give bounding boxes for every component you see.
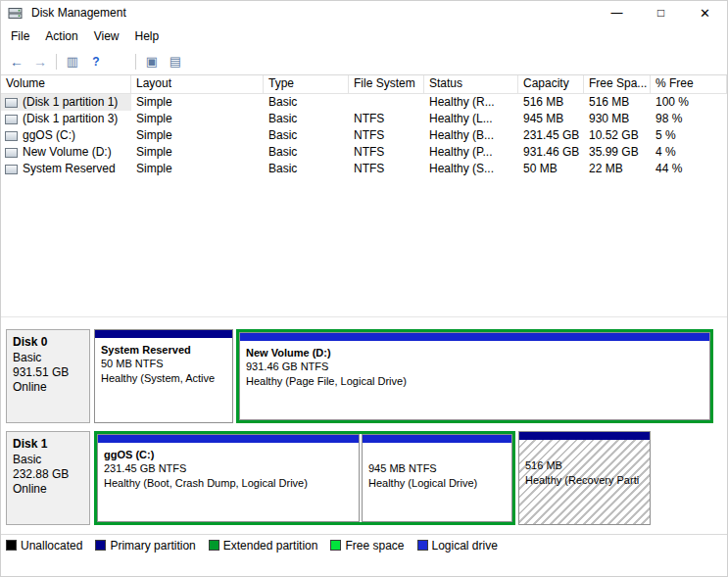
unallocated-swatch	[6, 540, 17, 551]
disk-name: Disk 0	[13, 335, 83, 350]
legend-label: Primary partition	[110, 539, 195, 553]
minimize-button[interactable]: —	[595, 1, 639, 24]
logical-drive-swatch	[417, 540, 428, 551]
column-header-volume[interactable]: Volume	[1, 75, 131, 93]
volume-name-cell: New Volume (D:)	[1, 144, 131, 161]
forward-icon[interactable]: →	[28, 51, 52, 72]
toolbar-separator	[56, 54, 57, 70]
volume-list-header: Volume Layout Type File System Status Ca…	[1, 75, 727, 94]
menubar: File Action View Help	[1, 24, 727, 48]
column-header-free-space[interactable]: Free Spa...	[584, 75, 651, 93]
menu-view[interactable]: View	[86, 26, 127, 46]
partition-size: 516 MB	[525, 458, 650, 473]
back-icon[interactable]: ←	[5, 51, 28, 72]
show-console-tree-icon[interactable]: ▥	[61, 51, 84, 72]
free-space-cell: 930 MB	[584, 111, 651, 127]
column-header-status[interactable]: Status	[424, 75, 518, 93]
disk-type: Basic	[13, 453, 83, 467]
volume-icon	[5, 165, 18, 174]
partition-size: 231.45 GB NTFS	[104, 461, 359, 476]
layout-cell: Simple	[131, 161, 264, 177]
menu-action[interactable]: Action	[37, 26, 85, 46]
partition-status: Healthy (Logical Drive)	[368, 476, 511, 491]
graphical-view: Disk 0 Basic 931.51 GB Online System Res…	[1, 317, 727, 534]
capacity-cell: 945 MB	[518, 111, 584, 127]
free-space-swatch	[330, 540, 341, 551]
column-header-layout[interactable]: Layout	[131, 75, 264, 93]
status-cell: Healthy (R...	[424, 94, 518, 111]
partition-status: Healthy (Page File, Logical Drive)	[246, 374, 709, 389]
disk1-partitions: ggOS (C:) 231.45 GB NTFS Healthy (Boot, …	[94, 431, 651, 525]
window-title: Disk Management	[31, 6, 126, 20]
details-view-icon[interactable]: ▤	[164, 51, 187, 72]
free-space-cell: 10.52 GB	[584, 127, 651, 144]
primary-partition-strip	[519, 432, 650, 440]
partition-ggos-c[interactable]: ggOS (C:) 231.45 GB NTFS Healthy (Boot, …	[97, 434, 360, 522]
volume-row-ggos-c[interactable]: ggOS (C:) Simple Basic NTFS Healthy (B..…	[1, 127, 727, 144]
volume-row-system-reserved[interactable]: System Reserved Simple Basic NTFS Health…	[1, 161, 727, 177]
capacity-cell: 931.46 GB	[518, 144, 584, 161]
menu-help[interactable]: Help	[127, 26, 168, 46]
pct-free-cell: 4 %	[651, 144, 727, 161]
partition-title: New Volume (D:)	[246, 346, 709, 360]
disk-status: Online	[13, 380, 83, 395]
primary-partition-swatch	[95, 540, 106, 551]
extended-partition-region: New Volume (D:) 931.46 GB NTFS Healthy (…	[236, 329, 713, 423]
partition-new-volume-d[interactable]: New Volume (D:) 931.46 GB NTFS Healthy (…	[239, 332, 710, 420]
extended-partition-region: ggOS (C:) 231.45 GB NTFS Healthy (Boot, …	[94, 431, 515, 525]
pct-free-cell: 100 %	[651, 94, 727, 111]
volume-row-disk1-partition3[interactable]: (Disk 1 partition 3) Simple Basic NTFS H…	[1, 111, 727, 127]
type-cell: Basic	[264, 94, 349, 111]
close-button[interactable]: ✕	[683, 1, 727, 24]
file-system-cell: NTFS	[349, 144, 424, 161]
column-header-pct-free[interactable]: % Free	[651, 75, 727, 93]
file-system-cell: NTFS	[349, 111, 424, 127]
type-cell: Basic	[264, 111, 349, 127]
status-cell: Healthy (B...	[424, 127, 518, 144]
help-icon[interactable]: ?	[84, 51, 108, 72]
disk-row-1: Disk 1 Basic 232.88 GB Online ggOS (C:) …	[6, 431, 727, 525]
status-cell: Healthy (S...	[424, 161, 518, 177]
disk-status: Online	[13, 482, 83, 497]
partition-status: Healthy (System, Active	[101, 371, 232, 386]
volume-icon	[5, 131, 18, 141]
legend-item-unallocated: Unallocated	[6, 539, 82, 553]
logical-drive-strip	[98, 435, 359, 443]
layout-cell: Simple	[131, 144, 264, 161]
volume-name-cell: System Reserved	[1, 161, 131, 177]
legend-label: Logical drive	[432, 539, 498, 553]
column-header-capacity[interactable]: Capacity	[518, 75, 584, 93]
partition-945mb[interactable]: 945 MB NTFS Healthy (Logical Drive)	[362, 434, 512, 522]
type-cell: Basic	[264, 161, 349, 177]
volume-icon	[5, 148, 18, 158]
free-space-cell: 516 MB	[584, 94, 651, 111]
pct-free-cell: 44 %	[651, 161, 727, 177]
pct-free-cell: 98 %	[651, 111, 727, 127]
file-system-cell: NTFS	[349, 127, 424, 144]
maximize-button[interactable]: □	[639, 1, 683, 24]
partition-title	[368, 448, 511, 461]
file-system-cell	[349, 94, 424, 111]
partition-size: 50 MB NTFS	[101, 357, 232, 371]
legend-item-free-space: Free space	[330, 539, 404, 553]
volume-list: Volume Layout Type File System Status Ca…	[1, 75, 727, 317]
partition-516mb-recovery[interactable]: 516 MB Healthy (Recovery Parti	[518, 431, 651, 525]
legend-item-logical-drive: Logical drive	[417, 539, 498, 553]
window-controls: — □ ✕	[595, 1, 727, 24]
disk-type: Basic	[13, 351, 83, 365]
partition-system-reserved[interactable]: System Reserved 50 MB NTFS Healthy (Syst…	[94, 329, 233, 423]
capacity-cell: 231.45 GB	[518, 127, 584, 144]
layout-cell: Simple	[131, 94, 264, 111]
legend-item-primary-partition: Primary partition	[95, 539, 195, 553]
volume-row-new-volume-d[interactable]: New Volume (D:) Simple Basic NTFS Health…	[1, 144, 727, 161]
column-header-type[interactable]: Type	[264, 75, 349, 93]
toolbar: ← → ▥ ? ▣ ▤	[1, 48, 727, 75]
volume-row-disk1-partition1[interactable]: (Disk 1 partition 1) Simple Basic Health…	[1, 94, 727, 111]
show-action-pane-icon[interactable]: ▣	[140, 51, 164, 72]
menu-file[interactable]: File	[3, 26, 37, 46]
volume-icon	[5, 115, 18, 124]
column-header-file-system[interactable]: File System	[349, 75, 424, 93]
type-cell: Basic	[264, 144, 349, 161]
disk0-header[interactable]: Disk 0 Basic 931.51 GB Online	[6, 329, 90, 423]
disk1-header[interactable]: Disk 1 Basic 232.88 GB Online	[6, 431, 90, 525]
